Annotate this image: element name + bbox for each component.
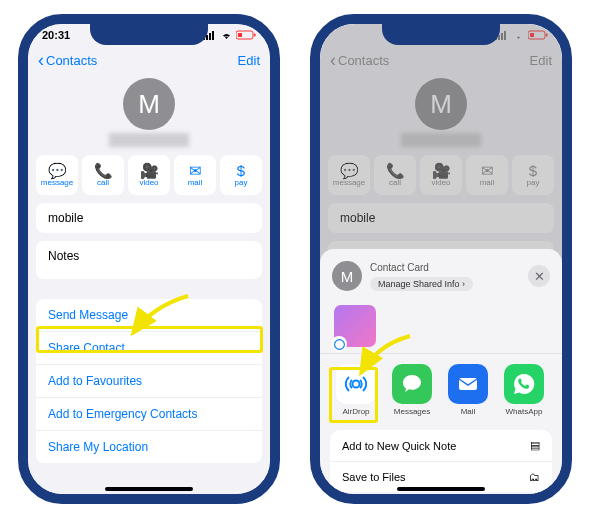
notes-cell[interactable]: Notes <box>36 241 262 279</box>
chevron-left-icon: ‹ <box>330 51 336 69</box>
mail-icon: ✉ <box>481 163 494 178</box>
chevron-right-icon: › <box>462 279 465 289</box>
airdrop-app-icon <box>336 364 376 404</box>
link-group: Send Message Share Contact Add to Favour… <box>36 299 262 463</box>
status-icons <box>203 30 256 40</box>
contact-preview[interactable] <box>334 305 376 347</box>
nav-bar: ‹Contacts Edit <box>28 46 270 74</box>
call-button[interactable]: 📞call <box>374 155 416 195</box>
action-label: message <box>41 178 73 187</box>
share-contact-link[interactable]: Share Contact <box>36 332 262 365</box>
svg-point-14 <box>353 381 360 388</box>
menu-icon: 🗂 <box>529 471 540 483</box>
menu-label: Save to Files <box>342 471 406 483</box>
mobile-cell[interactable]: mobile <box>36 203 262 233</box>
mail-button[interactable]: ✉mail <box>466 155 508 195</box>
message-icon: 💬 <box>48 163 67 178</box>
notch <box>382 21 500 45</box>
battery-icon <box>236 30 256 40</box>
svg-rect-3 <box>212 31 214 40</box>
action-label: mail <box>480 178 495 187</box>
call-button[interactable]: 📞call <box>82 155 124 195</box>
share-sheet-screen: ‹Contacts Edit M 💬message📞call🎥video✉mai… <box>320 24 562 494</box>
home-indicator[interactable] <box>397 487 485 491</box>
svg-rect-5 <box>238 33 242 37</box>
quick-note[interactable]: Add to New Quick Note▤ <box>330 430 552 462</box>
svg-rect-10 <box>504 31 506 40</box>
video-icon: 🎥 <box>140 163 159 178</box>
pay-icon: $ <box>529 163 537 178</box>
sheet-header: M Contact Card Manage Shared Info › ✕ <box>320 257 562 299</box>
menu-label: Add to New Quick Note <box>342 440 456 452</box>
back-button[interactable]: ‹Contacts <box>330 51 389 69</box>
send-message-link[interactable]: Send Message <box>36 299 262 332</box>
chevron-left-icon: ‹ <box>38 51 44 69</box>
mail-button[interactable]: ✉mail <box>174 155 216 195</box>
status-icons <box>495 30 548 40</box>
action-label: video <box>431 178 450 187</box>
mail-app[interactable]: Mail <box>446 364 490 416</box>
contact-name-redacted <box>401 133 481 147</box>
share-sheet: M Contact Card Manage Shared Info › ✕ Ai… <box>320 249 562 494</box>
messages-app[interactable]: Messages <box>390 364 434 416</box>
whatsapp-app[interactable]: WhatsApp <box>502 364 546 416</box>
svg-rect-12 <box>530 33 534 37</box>
share-apps-row: AirDropMessagesMailWhatsApp <box>320 353 562 422</box>
close-button[interactable]: ✕ <box>528 265 550 287</box>
action-label: pay <box>235 178 248 187</box>
mail-icon: ✉ <box>189 163 202 178</box>
wifi-icon <box>220 31 233 40</box>
contact-screen: 20:31 ‹Contacts Edit M 💬message📞call🎥vid… <box>28 24 270 494</box>
nav-bar: ‹Contacts Edit <box>320 46 562 74</box>
pay-button[interactable]: $pay <box>512 155 554 195</box>
airdrop-app[interactable]: AirDrop <box>334 364 378 416</box>
video-button[interactable]: 🎥video <box>420 155 462 195</box>
action-menu: Add to New Quick Note▤Save to Files🗂 <box>330 430 552 492</box>
pay-icon: $ <box>237 163 245 178</box>
svg-rect-13 <box>546 34 548 37</box>
back-label: Contacts <box>46 53 97 68</box>
video-button[interactable]: 🎥video <box>128 155 170 195</box>
app-label: AirDrop <box>342 407 369 416</box>
video-icon: 🎥 <box>432 163 451 178</box>
whatsapp-app-icon <box>504 364 544 404</box>
menu-icon: ▤ <box>530 439 540 452</box>
svg-rect-9 <box>501 33 503 40</box>
add-emergency-link[interactable]: Add to Emergency Contacts <box>36 398 262 431</box>
app-label: WhatsApp <box>506 407 543 416</box>
edit-button[interactable]: Edit <box>238 53 260 68</box>
phone-left: 20:31 ‹Contacts Edit M 💬message📞call🎥vid… <box>18 14 280 504</box>
app-label: Mail <box>461 407 476 416</box>
mail-app-icon <box>448 364 488 404</box>
svg-rect-6 <box>254 34 256 37</box>
pay-button[interactable]: $pay <box>220 155 262 195</box>
message-button[interactable]: 💬message <box>328 155 370 195</box>
action-label: call <box>389 178 401 187</box>
call-icon: 📞 <box>94 163 113 178</box>
messages-app-icon <box>392 364 432 404</box>
status-time: 20:31 <box>42 29 70 41</box>
sheet-avatar: M <box>332 261 362 291</box>
back-button[interactable]: ‹Contacts <box>38 51 97 69</box>
wifi-icon <box>512 31 525 40</box>
home-indicator[interactable] <box>105 487 193 491</box>
back-label: Contacts <box>338 53 389 68</box>
action-label: video <box>139 178 158 187</box>
manage-shared-info[interactable]: Manage Shared Info › <box>370 277 473 291</box>
svg-rect-2 <box>209 33 211 40</box>
action-label: call <box>97 178 109 187</box>
battery-icon <box>528 30 548 40</box>
app-label: Messages <box>394 407 430 416</box>
mobile-cell: mobile <box>328 203 554 233</box>
message-icon: 💬 <box>340 163 359 178</box>
share-location-link[interactable]: Share My Location <box>36 431 262 463</box>
add-favourites-link[interactable]: Add to Favourites <box>36 365 262 398</box>
status-time <box>334 29 337 41</box>
contact-name-redacted <box>109 133 189 147</box>
action-row: 💬message📞call🎥video✉mail$pay <box>320 155 562 195</box>
contact-avatar[interactable]: M <box>123 78 175 130</box>
message-button[interactable]: 💬message <box>36 155 78 195</box>
edit-button[interactable]: Edit <box>530 53 552 68</box>
svg-rect-11 <box>528 31 545 39</box>
phone-right: ‹Contacts Edit M 💬message📞call🎥video✉mai… <box>310 14 572 504</box>
